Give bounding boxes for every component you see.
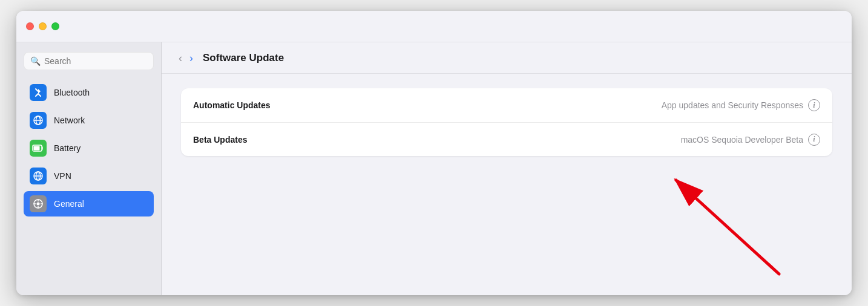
beta-updates-row: Beta Updates macOS Sequoia Developer Bet… bbox=[181, 122, 832, 156]
general-icon bbox=[30, 195, 47, 212]
main-body: Automatic Updates App updates and Securi… bbox=[162, 74, 852, 295]
sidebar-item-bluetooth[interactable]: Bluetooth bbox=[24, 80, 154, 105]
main-content: ‹ › Software Update Automatic Updates Ap… bbox=[162, 42, 852, 295]
page-title: Software Update bbox=[203, 52, 284, 64]
annotation-arrow bbox=[646, 162, 815, 283]
battery-icon bbox=[30, 140, 47, 157]
sidebar-item-label: General bbox=[54, 199, 84, 209]
svg-line-15 bbox=[676, 180, 779, 274]
network-icon bbox=[30, 112, 47, 129]
svg-rect-4 bbox=[34, 146, 40, 151]
sidebar-item-vpn[interactable]: VPN bbox=[24, 163, 154, 189]
automatic-updates-label: Automatic Updates bbox=[193, 100, 271, 110]
beta-updates-value-area: macOS Sequoia Developer Beta i bbox=[681, 134, 820, 146]
beta-updates-info-button[interactable]: i bbox=[808, 134, 820, 146]
main-window: 🔍 Bluetooth bbox=[16, 11, 852, 295]
bluetooth-icon bbox=[30, 84, 47, 101]
maximize-button[interactable] bbox=[51, 22, 59, 30]
sidebar-item-general[interactable]: General bbox=[24, 191, 154, 216]
sidebar-item-label: Network bbox=[54, 116, 85, 125]
sidebar: 🔍 Bluetooth bbox=[16, 42, 162, 295]
content-area: 🔍 Bluetooth bbox=[16, 42, 852, 295]
automatic-updates-row: Automatic Updates App updates and Securi… bbox=[181, 88, 832, 122]
nav-buttons: ‹ › bbox=[176, 51, 196, 65]
beta-updates-label: Beta Updates bbox=[193, 135, 247, 145]
svg-point-9 bbox=[37, 203, 40, 206]
back-button[interactable]: ‹ bbox=[176, 51, 185, 65]
titlebar bbox=[16, 11, 852, 42]
main-header: ‹ › Software Update bbox=[162, 42, 852, 74]
sidebar-item-battery[interactable]: Battery bbox=[24, 135, 154, 161]
vpn-icon bbox=[30, 168, 47, 184]
sidebar-item-label: Bluetooth bbox=[54, 88, 90, 97]
sidebar-item-label: Battery bbox=[54, 143, 81, 153]
settings-card: Automatic Updates App updates and Securi… bbox=[181, 88, 832, 156]
automatic-updates-value: App updates and Security Responses bbox=[662, 100, 803, 110]
beta-updates-value: macOS Sequoia Developer Beta bbox=[681, 135, 803, 145]
forward-button[interactable]: › bbox=[187, 51, 196, 65]
automatic-updates-info-button[interactable]: i bbox=[808, 99, 820, 111]
search-bar[interactable]: 🔍 bbox=[24, 52, 154, 70]
search-input[interactable] bbox=[44, 56, 147, 66]
sidebar-item-network[interactable]: Network bbox=[24, 108, 154, 133]
sidebar-item-label: VPN bbox=[54, 171, 71, 181]
minimize-button[interactable] bbox=[39, 22, 47, 30]
traffic-lights bbox=[26, 22, 59, 30]
automatic-updates-value-area: App updates and Security Responses i bbox=[662, 99, 820, 111]
close-button[interactable] bbox=[26, 22, 34, 30]
search-icon: 🔍 bbox=[30, 56, 41, 66]
